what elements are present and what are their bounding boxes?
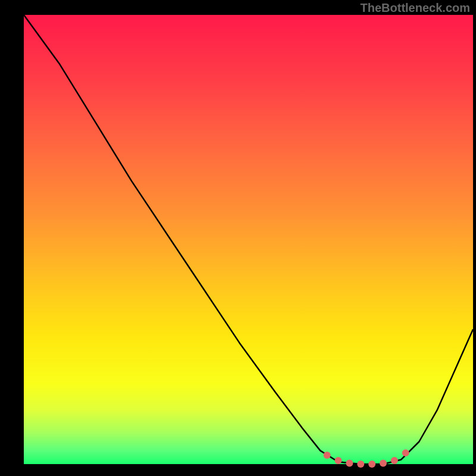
watermark: TheBottleneck.com [361,1,470,15]
optimal-range-marker [357,461,364,468]
optimal-range-marker [368,461,375,468]
optimal-range-marker [346,459,353,466]
optimal-range-marker [335,457,342,464]
optimal-range-marker [324,452,331,459]
optimal-range-marker [402,449,409,456]
bottleneck-chart [0,0,476,476]
optimal-range-marker [380,459,387,466]
gradient-background [24,15,473,464]
chart-container: TheBottleneck.com [0,0,476,476]
optimal-range-marker [391,457,398,464]
